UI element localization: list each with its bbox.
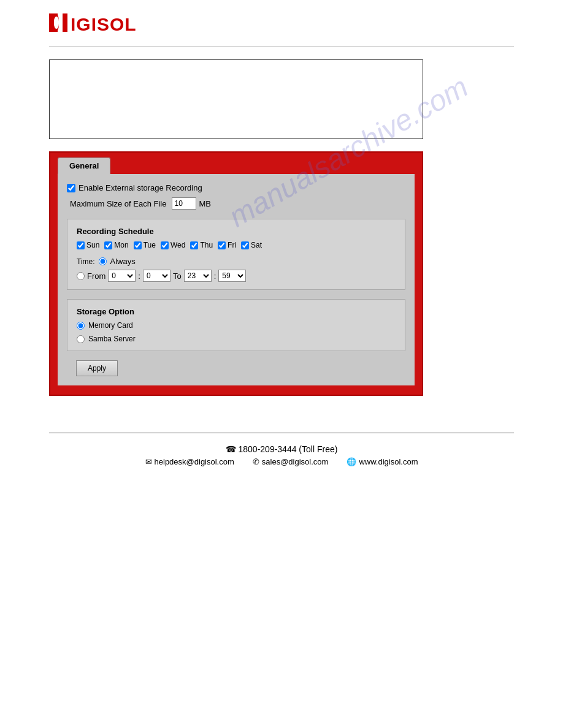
samba-server-radio[interactable] bbox=[77, 335, 85, 343]
footer-email: ✉ helpdesk@digisol.com bbox=[145, 457, 234, 466]
day-sun-label: Sun bbox=[86, 241, 99, 249]
time-colon-1: : bbox=[138, 271, 140, 281]
email-icon: ✉ bbox=[145, 457, 152, 466]
day-thu-checkbox[interactable] bbox=[190, 241, 198, 249]
to-min-select[interactable]: 01530 4559 bbox=[218, 270, 246, 282]
header: IGISOL bbox=[0, 0, 563, 42]
footer: ☎ 1800-209-3444 (Toll Free) ✉ helpdesk@d… bbox=[0, 439, 563, 479]
storage-section-label: Storage Option bbox=[77, 307, 396, 316]
day-thu: Thu bbox=[190, 241, 213, 249]
day-sun-checkbox[interactable] bbox=[77, 241, 85, 249]
day-tue-label: Tue bbox=[144, 241, 156, 249]
time-from-row: From 0 123 456 789 101112 131415 161718 … bbox=[77, 270, 396, 282]
main-panel: General Enable External storage Recordin… bbox=[49, 151, 423, 396]
storage-memory-card: Memory Card bbox=[77, 321, 396, 330]
max-size-unit: MB bbox=[199, 199, 212, 208]
from-hour-select[interactable]: 0 123 456 789 101112 131415 161718 19202… bbox=[108, 270, 136, 282]
web-icon: 🌐 bbox=[347, 457, 356, 466]
time-always-row: Time: Always bbox=[77, 257, 396, 266]
time-colon-2: : bbox=[214, 271, 216, 281]
day-sun: Sun bbox=[77, 241, 99, 249]
day-tue: Tue bbox=[134, 241, 156, 249]
footer-sales: ✆ sales@digisol.com bbox=[253, 457, 329, 466]
day-sat-checkbox[interactable] bbox=[241, 241, 249, 249]
day-mon-checkbox[interactable] bbox=[104, 241, 112, 249]
always-label: Always bbox=[110, 257, 136, 266]
recording-schedule-box: Recording Schedule Sun Mon Tue bbox=[67, 219, 405, 290]
day-sat: Sat bbox=[241, 241, 262, 249]
content-area: manualsarchive.com General Enable Extern… bbox=[0, 47, 563, 408]
memory-card-label: Memory Card bbox=[88, 321, 133, 330]
footer-web: 🌐 www.digisol.com bbox=[347, 457, 418, 466]
samba-server-label: Samba Server bbox=[88, 335, 136, 343]
enable-recording-label: Enable External storage Recording bbox=[79, 183, 202, 192]
to-hour-select[interactable]: 012 345 678 91011 121314 151617 181920 2… bbox=[184, 270, 212, 282]
to-label: To bbox=[173, 271, 182, 281]
day-wed-checkbox[interactable] bbox=[161, 241, 169, 249]
inner-panel: Enable External storage Recording Maximu… bbox=[58, 174, 415, 385]
svg-text:IGISOL: IGISOL bbox=[71, 14, 137, 34]
sales-icon: ✆ bbox=[253, 457, 259, 466]
day-mon-label: Mon bbox=[114, 241, 128, 249]
days-row: Sun Mon Tue Wed bbox=[77, 241, 396, 249]
day-wed-label: Wed bbox=[170, 241, 185, 249]
from-radio[interactable] bbox=[77, 272, 85, 280]
tab-general[interactable]: General bbox=[58, 157, 110, 174]
memory-card-radio[interactable] bbox=[77, 322, 85, 330]
max-size-row: Maximum Size of Each File MB bbox=[67, 197, 405, 210]
footer-phone: ☎ 1800-209-3444 (Toll Free) bbox=[0, 444, 563, 454]
max-size-input[interactable] bbox=[172, 197, 196, 210]
apply-button[interactable]: Apply bbox=[76, 360, 118, 376]
day-wed: Wed bbox=[161, 241, 185, 249]
digisol-logo: IGISOL bbox=[49, 11, 147, 36]
web-address: www.digisol.com bbox=[359, 457, 418, 466]
svg-rect-2 bbox=[54, 17, 59, 29]
storage-option-box: Storage Option Memory Card Samba Server bbox=[67, 299, 405, 351]
tab-row: General bbox=[50, 153, 422, 174]
from-label: From bbox=[87, 271, 105, 281]
enable-row: Enable External storage Recording bbox=[67, 183, 405, 192]
day-sat-label: Sat bbox=[251, 241, 262, 249]
top-box bbox=[49, 59, 423, 139]
day-thu-label: Thu bbox=[200, 241, 213, 249]
email-address: helpdesk@digisol.com bbox=[155, 457, 234, 466]
footer-links: ✉ helpdesk@digisol.com ✆ sales@digisol.c… bbox=[0, 457, 563, 466]
storage-samba-server: Samba Server bbox=[77, 335, 396, 343]
day-fri-checkbox[interactable] bbox=[218, 241, 226, 249]
always-radio[interactable] bbox=[99, 257, 107, 265]
time-label: Time: bbox=[77, 257, 95, 266]
schedule-section-label: Recording Schedule bbox=[77, 227, 396, 236]
day-fri-label: Fri bbox=[228, 241, 236, 249]
from-min-select[interactable]: 0 15304559 bbox=[143, 270, 170, 282]
svg-rect-3 bbox=[63, 13, 67, 32]
day-tue-checkbox[interactable] bbox=[134, 241, 142, 249]
max-size-label: Maximum Size of Each File bbox=[70, 199, 167, 208]
day-fri: Fri bbox=[218, 241, 236, 249]
time-row: Time: Always From 0 123 456 789 101112 bbox=[77, 257, 396, 282]
day-mon: Mon bbox=[104, 241, 128, 249]
footer-divider bbox=[49, 433, 514, 433]
sales-email: sales@digisol.com bbox=[262, 457, 329, 466]
enable-recording-checkbox[interactable] bbox=[67, 184, 75, 192]
logo-container: IGISOL bbox=[49, 11, 514, 36]
